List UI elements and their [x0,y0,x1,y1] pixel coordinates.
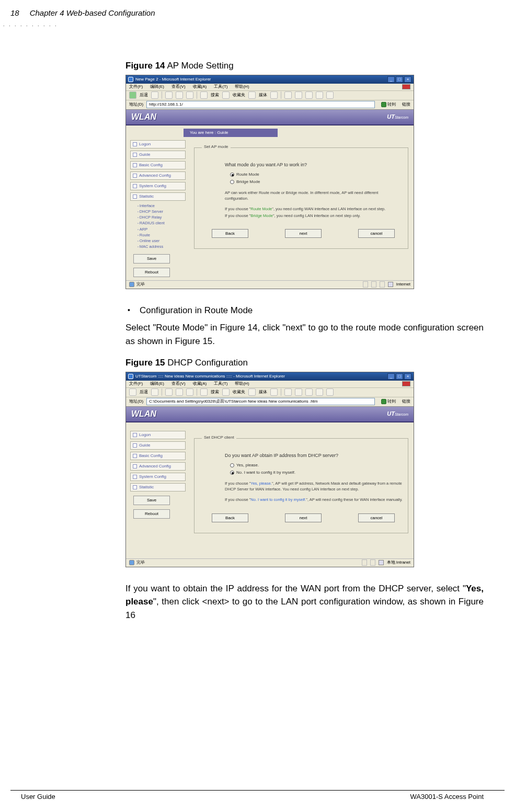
minimize-button[interactable]: _ [387,373,395,380]
close-button[interactable]: × [404,373,411,380]
menu-view[interactable]: 查看(V) [171,381,186,387]
sidebar-item-system[interactable]: System Config [130,473,186,481]
status-ie-icon [129,560,134,565]
paragraph-1: Select "Route Mode" in Figure 14, click … [125,321,484,348]
status-bar: 完毕 本地 Intranet [126,558,414,567]
sidebar-item-system[interactable]: System Config [130,182,186,190]
forward-button[interactable] [151,92,158,99]
menu-tools[interactable]: 工具(T) [214,84,227,90]
save-button[interactable]: Save [133,496,170,505]
menu-help[interactable]: 帮助(H) [235,84,249,90]
go-icon [381,399,386,404]
flag-icon [402,84,410,89]
links-label[interactable]: 链接 [402,398,410,405]
status-text: 完毕 [136,281,145,288]
sidebar-item-guide[interactable]: Guide [130,151,186,159]
sub-dhcp-server[interactable]: DHCP Server [138,209,186,214]
history-button[interactable] [270,388,278,396]
home-button[interactable] [186,92,193,99]
sidebar-item-statistic[interactable]: Statistic [130,192,186,201]
search-button[interactable] [200,92,208,99]
toolbar: 后退 搜索 收藏夹 媒体 [126,388,414,397]
reboot-button[interactable]: Reboot [133,509,170,519]
edit-button[interactable] [305,388,313,396]
save-button[interactable]: Save [133,254,170,264]
radio-bridge-mode[interactable]: Bridge Mode [230,179,403,185]
internet-icon [388,282,393,287]
url-input[interactable]: http://192.168.1.1/ [146,101,375,108]
sidebar-item-advanced[interactable]: Advanced Config [130,171,186,180]
print-button[interactable] [295,388,302,396]
reboot-button[interactable]: Reboot [133,268,170,277]
stop-button[interactable] [165,388,173,396]
sidebar-item-basic[interactable]: Basic Config [130,161,186,169]
history-button[interactable] [270,92,278,99]
cancel-button[interactable]: cancel [358,229,395,238]
media-button[interactable] [248,388,256,396]
sidebar-item-advanced[interactable]: Advanced Config [130,462,186,471]
menu-edit[interactable]: 编辑(E) [150,381,164,387]
minimize-button[interactable]: _ [387,76,395,83]
maximize-button[interactable]: □ [396,76,403,83]
search-button[interactable] [200,388,208,396]
favorites-label: 收藏夹 [233,92,245,98]
media-button[interactable] [248,92,256,99]
mail-button[interactable] [284,92,292,99]
menubar: 文件(F) 编辑(E) 查看(V) 收藏(A) 工具(T) 帮助(H) [126,84,414,91]
print-button[interactable] [295,92,302,99]
zone-label: 本地 Intranet [387,559,410,566]
go-button[interactable]: 转到 [381,398,396,405]
back-button[interactable] [129,92,136,99]
menu-file[interactable]: 文件(F) [129,84,143,90]
cancel-button[interactable]: cancel [358,513,395,522]
back-button[interactable] [129,388,136,396]
maximize-button[interactable]: □ [396,373,403,380]
refresh-button[interactable] [176,92,183,99]
url-input[interactable]: C:\Documents and Settings\yd0328\桌面\UTSt… [146,398,375,405]
menu-help[interactable]: 帮助(H) [235,381,249,387]
favorites-button[interactable] [222,388,230,396]
sub-interface[interactable]: Interface [138,203,186,209]
menu-tools[interactable]: 工具(T) [214,381,227,387]
sub-route[interactable]: Route [138,232,186,238]
radio-no-myself[interactable]: No. I want to config it by myself. [230,470,403,476]
menu-fav[interactable]: 收藏(A) [193,84,207,90]
discuss-button[interactable] [316,92,323,99]
mode-info2: If you choose "Route Mode", you need con… [225,207,403,212]
refresh-button[interactable] [176,388,183,396]
back-button[interactable]: Back [212,513,248,522]
sidebar-item-logon[interactable]: Logon [130,140,186,148]
go-button[interactable]: 转到 [381,101,396,108]
back-button[interactable]: Back [212,229,248,238]
footer-right: WA3001-S Access Point [410,793,484,800]
menu-edit[interactable]: 编辑(E) [150,84,164,90]
extra-button[interactable] [326,388,334,396]
forward-button[interactable] [151,388,158,396]
stop-button[interactable] [165,92,173,99]
radio-route-mode[interactable]: Route Mode [230,171,403,178]
edit-button[interactable] [305,92,313,99]
menu-fav[interactable]: 收藏(A) [193,381,207,387]
next-button[interactable]: next [285,229,322,238]
radio-yes-please[interactable]: Yes, please. [230,462,403,468]
links-label[interactable]: 链接 [402,101,410,108]
sub-arp[interactable]: ARP [138,226,186,232]
favorites-button[interactable] [222,92,230,99]
sub-radius[interactable]: RADIUS client [138,220,186,226]
mode-question: What mode do you want AP to work in? [225,162,403,169]
next-button[interactable]: next [285,513,322,522]
discuss-button[interactable] [316,388,323,396]
sidebar-item-logon[interactable]: Logon [130,431,186,439]
close-button[interactable]: × [404,76,411,83]
sidebar-item-guide[interactable]: Guide [130,441,186,450]
sub-dhcp-relay[interactable]: DHCP Relay [138,214,186,220]
sub-mac[interactable]: MAC address [138,244,186,249]
mail-button[interactable] [284,388,292,396]
extra-button[interactable] [326,92,334,99]
sub-online-user[interactable]: Online user [138,238,186,244]
sidebar-item-basic[interactable]: Basic Config [130,452,186,460]
home-button[interactable] [186,388,193,396]
sidebar-item-statistic[interactable]: Statistic [130,483,186,491]
menu-view[interactable]: 查看(V) [171,84,186,90]
menu-file[interactable]: 文件(F) [129,381,143,387]
